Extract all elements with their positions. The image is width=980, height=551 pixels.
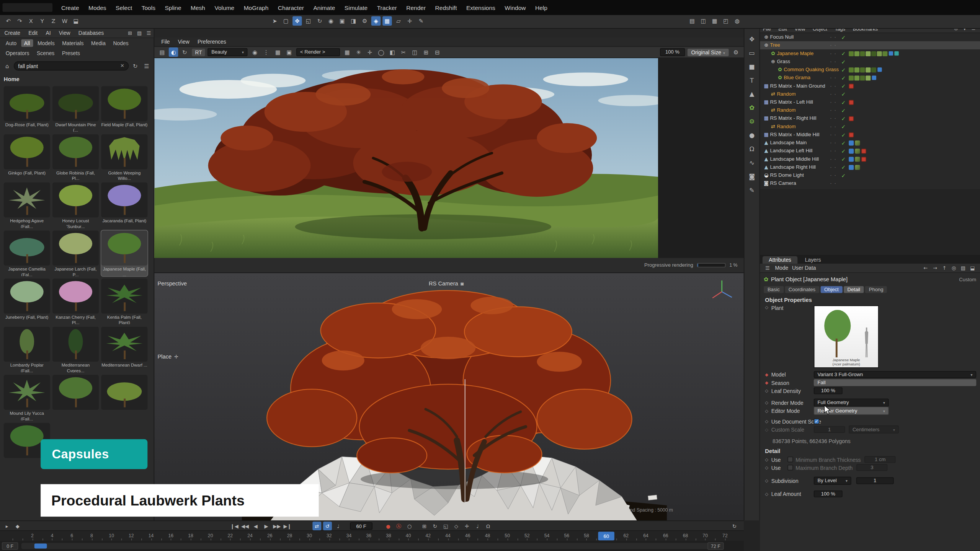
render-menu-file[interactable]: File <box>158 38 173 44</box>
asset-card-ginkgo-fall-plant[interactable]: Ginkgo (Fall, Plant) <box>4 134 50 180</box>
sound-button[interactable]: ♩ <box>334 522 343 530</box>
timeline-label-34[interactable]: 34 <box>346 533 352 539</box>
undo-icon[interactable]: ↶ <box>4 16 13 25</box>
browser-tab-scenes[interactable]: Scenes <box>34 49 58 57</box>
zoom-in-icon[interactable]: ⊞ <box>421 47 431 57</box>
pen-tool-icon[interactable]: ✎ <box>746 185 757 195</box>
goto-start-button[interactable]: ❙◀ <box>230 522 239 530</box>
object-row-grass-3[interactable]: ⊕Grass· ·✓ <box>760 57 980 65</box>
forward-arrow-icon[interactable]: → <box>931 264 939 272</box>
timeline-label-68[interactable]: 68 <box>683 533 688 539</box>
timeline-label-40[interactable]: 40 <box>406 533 411 539</box>
attr-tab-detail[interactable]: Detail <box>844 286 864 293</box>
circle-select-icon[interactable]: ◯ <box>376 47 385 57</box>
pass-menu-icon[interactable]: ⋮ <box>261 47 271 57</box>
snap-icon[interactable]: ◈ <box>371 16 381 25</box>
browser-tab-operators[interactable]: Operators <box>3 49 33 57</box>
param-dot[interactable]: ◇ <box>765 408 771 413</box>
timeline-label-56[interactable]: 56 <box>564 533 569 539</box>
render-view-icon[interactable]: ▣ <box>338 16 347 25</box>
timeline-label-6[interactable]: 6 <box>70 533 73 539</box>
timeline-label-16[interactable]: 16 <box>168 533 173 539</box>
panel-menu-icon[interactable]: ☰ <box>145 29 153 37</box>
find-icon[interactable]: ◎ <box>950 264 958 272</box>
asset-card-mediterranean-dwarf[interactable]: Mediterranean Dwarf ... <box>101 327 147 372</box>
hamburger-icon[interactable]: ☰ <box>764 264 771 272</box>
menu-spline[interactable]: Spline <box>161 4 185 11</box>
timeline-mode-icon[interactable]: ▸ <box>3 522 11 530</box>
list-icon[interactable]: ▤ <box>959 264 967 272</box>
record-position-icon[interactable]: ⊞ <box>420 522 429 530</box>
timeline-label-8[interactable]: 8 <box>90 533 93 539</box>
timeline-label-18[interactable]: 18 <box>188 533 193 539</box>
menu-create[interactable]: Create <box>57 4 83 11</box>
pass-sphere-icon[interactable]: ◉ <box>250 47 259 57</box>
menu-animate[interactable]: Animate <box>310 4 339 11</box>
timeline-label-42[interactable]: 42 <box>426 533 431 539</box>
axis-y-button[interactable]: Y <box>38 16 47 25</box>
render-menu-preferences[interactable]: Preferences <box>194 38 229 44</box>
visibility-dots[interactable]: · · <box>830 164 836 170</box>
move-tool-icon[interactable]: ✥ <box>292 16 302 25</box>
asset-card-juneberry-fall-plant[interactable]: Juneberry (Fall, Plant) <box>4 279 50 324</box>
record-rotation-icon[interactable]: ↻ <box>431 522 439 530</box>
visibility-dots[interactable]: · · <box>830 140 836 146</box>
use-max-checkbox[interactable]: ✓ <box>787 465 793 471</box>
asset-card-japanese-camellia-fal[interactable]: Japanese Camellia (Fal... <box>4 230 50 276</box>
enable-check-icon[interactable]: ✓ <box>841 140 846 146</box>
autokey-button[interactable]: Ⓐ <box>394 522 403 530</box>
refresh-assets-icon[interactable]: ↻ <box>131 61 140 70</box>
menu-simulate[interactable]: Simulate <box>341 4 371 11</box>
timeline-label-66[interactable]: 66 <box>663 533 668 539</box>
cube-tag[interactable] <box>861 148 866 153</box>
cube-tag[interactable] <box>861 156 866 161</box>
enable-check-icon[interactable]: ✓ <box>841 148 846 154</box>
model-dropdown[interactable]: Variant 3 Full-Grown <box>814 371 976 378</box>
asset-card-jacaranda-fall-plant[interactable]: Jacaranda (Fall, Plant) <box>101 183 147 228</box>
enable-check-icon[interactable]: ✓ <box>841 99 846 105</box>
attr-tab-phong[interactable]: Phong <box>865 286 887 293</box>
marker-icon[interactable]: ◆ <box>13 522 22 530</box>
sound-wave-icon[interactable]: ♩ <box>473 522 482 530</box>
tiles-icon[interactable]: ▦ <box>343 47 352 57</box>
timeline-label-38[interactable]: 38 <box>386 533 391 539</box>
keyframe-dot[interactable]: ◆ <box>765 372 771 377</box>
enable-check-icon[interactable]: ✓ <box>841 123 846 129</box>
lock-icon[interactable]: ⬓ <box>71 16 80 25</box>
asset-menu-edit[interactable]: Edit <box>25 30 41 36</box>
pla-icon[interactable]: ✛ <box>462 522 471 530</box>
enable-check-icon[interactable]: ✓ <box>841 50 846 56</box>
timeline-label-52[interactable]: 52 <box>524 533 530 539</box>
plant-preview-thumbnail[interactable]: Japanese Maple (Acer palmatum) <box>814 305 879 368</box>
visibility-dots[interactable]: · · <box>830 173 836 178</box>
asset-menu-view[interactable]: View <box>56 30 74 36</box>
keyframe-selection-button[interactable]: ○ <box>405 522 414 530</box>
menu-tools[interactable]: Tools <box>138 4 159 11</box>
menu-help[interactable]: Help <box>531 4 551 11</box>
cross-icon[interactable]: ✛ <box>365 47 374 57</box>
timeline-label-24[interactable]: 24 <box>247 533 253 539</box>
object-row-rs-matrix-left-hill-8[interactable]: ▦RS Matrix - Left Hill· ·✓ <box>760 98 980 106</box>
enable-check-icon[interactable]: ✓ <box>841 132 846 138</box>
asset-card-field-maple-fall-plant[interactable]: Field Maple (Fall, Plant) <box>101 86 147 132</box>
timeline-label-10[interactable]: 10 <box>109 533 114 539</box>
lock-attr-icon[interactable]: ⬓ <box>969 264 977 272</box>
axis-mode-icon[interactable]: ✛ <box>405 16 414 25</box>
asset-card-japanese-larch-fall-p[interactable]: Japanese Larch (Fall, P... <box>52 230 99 276</box>
chip-blue-tag[interactable] <box>849 156 854 161</box>
enable-check-icon[interactable]: ✓ <box>841 83 846 89</box>
timeline-label-12[interactable]: 12 <box>129 533 134 539</box>
search-input[interactable]: fall plant ✕ <box>14 61 129 70</box>
object-row-blue-grama-5[interactable]: ✿Blue Grama· ·✓ <box>760 74 980 82</box>
section-home-label[interactable]: Home <box>0 72 154 83</box>
workplane-icon[interactable]: ▱ <box>394 16 403 25</box>
zoom-out-icon[interactable]: ⊟ <box>433 47 442 57</box>
user-account-icon[interactable]: ◍ <box>732 16 742 25</box>
timeline-label-48[interactable]: 48 <box>485 533 490 539</box>
home-icon[interactable]: ⌂ <box>3 61 12 70</box>
cube-tag[interactable] <box>849 132 854 137</box>
render-view-image[interactable] <box>154 58 658 258</box>
redo-icon[interactable]: ↷ <box>15 16 24 25</box>
clear-search-icon[interactable]: ✕ <box>120 63 124 69</box>
filmstrip-icon[interactable]: ▤ <box>157 47 167 57</box>
